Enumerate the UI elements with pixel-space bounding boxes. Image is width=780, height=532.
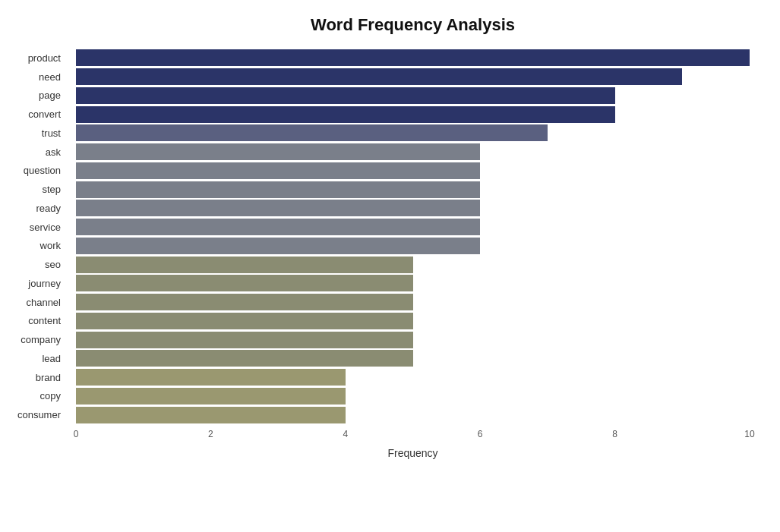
bar-label: service	[8, 222, 68, 233]
bar-label: consumer	[8, 409, 68, 420]
table-row: convert	[76, 105, 750, 124]
table-row: content	[76, 312, 750, 331]
bar-label: page	[8, 90, 68, 101]
x-axis: 0246810 Frequency	[76, 429, 750, 459]
chart-container: Word Frequency Analysis productneedpagec…	[0, 0, 780, 532]
bar-inner	[76, 313, 413, 329]
x-tick: 4	[343, 429, 348, 439]
bar-inner	[76, 388, 346, 405]
table-row: page	[76, 87, 750, 105]
bar-outer	[76, 143, 750, 160]
table-row: ask	[76, 143, 750, 162]
bar-outer	[76, 238, 750, 254]
x-tick: 6	[478, 429, 483, 439]
bar-inner	[76, 350, 413, 367]
bar-outer	[76, 49, 750, 66]
bar-label: company	[8, 334, 68, 345]
bar-inner	[76, 124, 548, 141]
bar-outer	[76, 369, 750, 386]
bar-outer	[76, 407, 750, 423]
bar-label: work	[8, 240, 68, 251]
table-row: work	[76, 237, 750, 256]
bar-inner	[76, 181, 480, 198]
bar-outer	[76, 162, 750, 179]
bar-outer	[76, 275, 750, 291]
table-row: need	[76, 68, 750, 87]
bar-inner	[76, 332, 413, 348]
x-axis-label: Frequency	[76, 447, 750, 459]
bar-inner	[76, 407, 346, 423]
bar-label: ask	[8, 146, 68, 158]
table-row: copy	[76, 387, 750, 406]
bar-label: convert	[8, 109, 68, 120]
bar-label: copy	[8, 390, 68, 401]
bar-outer	[76, 257, 750, 273]
chart-area: productneedpageconverttrustaskquestionst…	[76, 49, 750, 459]
table-row: step	[76, 180, 750, 199]
bar-label: question	[8, 165, 68, 176]
x-tick: 2	[208, 429, 213, 439]
table-row: brand	[76, 368, 750, 387]
bar-inner	[76, 219, 480, 235]
table-row: consumer	[76, 405, 750, 424]
table-row: company	[76, 330, 750, 349]
bar-label: journey	[8, 278, 68, 289]
bar-inner	[76, 49, 750, 66]
table-row: service	[76, 218, 750, 237]
bar-outer	[76, 68, 750, 85]
bar-inner	[76, 257, 413, 273]
bar-label: seo	[8, 259, 68, 270]
bar-label: channel	[8, 297, 68, 308]
table-row: ready	[76, 199, 750, 218]
bar-outer	[76, 124, 750, 141]
x-tick: 0	[74, 429, 79, 439]
bar-outer	[76, 181, 750, 198]
bar-inner	[76, 87, 615, 104]
bar-inner	[76, 275, 413, 291]
table-row: journey	[76, 274, 750, 293]
chart-title: Word Frequency Analysis	[76, 15, 750, 35]
bar-outer	[76, 294, 750, 310]
bar-label: trust	[8, 127, 68, 139]
bar-outer	[76, 313, 750, 329]
bar-inner	[76, 238, 480, 254]
bar-inner	[76, 68, 682, 85]
x-axis-ticks: 0246810	[76, 429, 750, 444]
table-row: seo	[76, 255, 750, 274]
bar-inner	[76, 143, 480, 160]
bar-label: need	[8, 71, 68, 83]
table-row: lead	[76, 349, 750, 368]
bar-outer	[76, 106, 750, 123]
bar-label: lead	[8, 353, 68, 364]
table-row: trust	[76, 124, 750, 143]
bar-label: ready	[8, 203, 68, 214]
table-row: product	[76, 49, 750, 68]
bars-wrapper: productneedpageconverttrustaskquestionst…	[76, 49, 750, 424]
bar-outer	[76, 350, 750, 367]
bar-outer	[76, 332, 750, 348]
table-row: channel	[76, 293, 750, 312]
bar-inner	[76, 200, 480, 216]
bar-outer	[76, 200, 750, 216]
bar-inner	[76, 162, 480, 179]
bar-outer	[76, 219, 750, 235]
bar-outer	[76, 87, 750, 104]
x-tick: 10	[744, 429, 754, 439]
x-tick: 8	[612, 429, 617, 439]
bar-inner	[76, 106, 615, 123]
bar-outer	[76, 388, 750, 405]
bar-label: product	[8, 52, 68, 64]
bar-label: content	[8, 315, 68, 326]
bar-inner	[76, 294, 413, 310]
bar-label: step	[8, 184, 68, 195]
bar-label: brand	[8, 372, 68, 383]
table-row: question	[76, 162, 750, 181]
bar-inner	[76, 369, 346, 386]
